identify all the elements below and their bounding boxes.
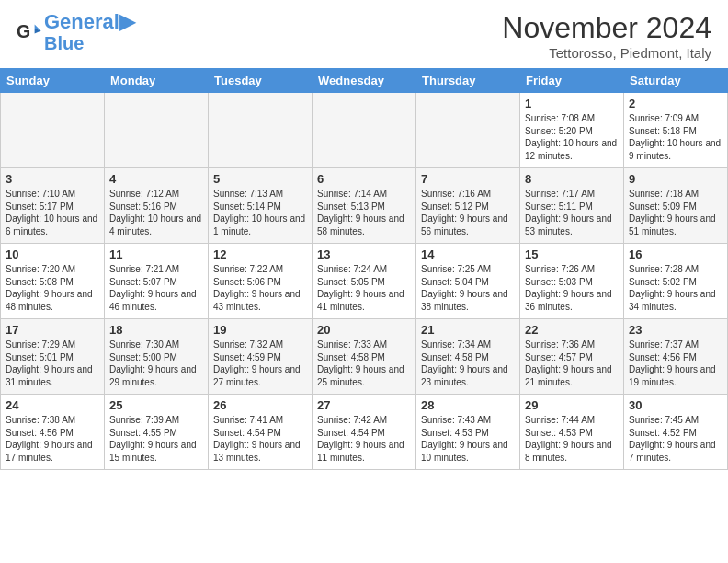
calendar-cell: 27Sunrise: 7:42 AM Sunset: 4:54 PM Dayli… xyxy=(313,395,416,470)
calendar-cell: 25Sunrise: 7:39 AM Sunset: 4:55 PM Dayli… xyxy=(105,395,209,470)
day-info: Sunrise: 7:42 AM Sunset: 4:54 PM Dayligh… xyxy=(317,414,411,464)
month-title: November 2024 xyxy=(502,11,711,45)
day-info: Sunrise: 7:24 AM Sunset: 5:05 PM Dayligh… xyxy=(317,263,411,313)
day-number: 13 xyxy=(317,247,411,261)
day-number: 3 xyxy=(6,172,99,186)
day-info: Sunrise: 7:41 AM Sunset: 4:54 PM Dayligh… xyxy=(213,414,307,464)
day-info: Sunrise: 7:44 AM Sunset: 4:53 PM Dayligh… xyxy=(525,414,619,464)
column-header-friday: Friday xyxy=(520,69,624,93)
calendar-cell: 30Sunrise: 7:45 AM Sunset: 4:52 PM Dayli… xyxy=(624,395,728,470)
day-info: Sunrise: 7:20 AM Sunset: 5:08 PM Dayligh… xyxy=(6,263,99,313)
day-number: 10 xyxy=(6,247,99,261)
day-number: 5 xyxy=(213,172,307,186)
day-number: 22 xyxy=(525,323,619,337)
day-info: Sunrise: 7:30 AM Sunset: 5:00 PM Dayligh… xyxy=(109,339,203,388)
week-row-4: 17Sunrise: 7:29 AM Sunset: 5:01 PM Dayli… xyxy=(1,319,728,395)
day-info: Sunrise: 7:26 AM Sunset: 5:03 PM Dayligh… xyxy=(525,263,619,313)
week-row-2: 3Sunrise: 7:10 AM Sunset: 5:17 PM Daylig… xyxy=(1,168,728,244)
day-number: 2 xyxy=(629,97,722,110)
calendar-cell: 6Sunrise: 7:14 AM Sunset: 5:13 PM Daylig… xyxy=(313,168,416,244)
calendar-cell: 28Sunrise: 7:43 AM Sunset: 4:53 PM Dayli… xyxy=(416,395,520,470)
calendar-header-row: SundayMondayTuesdayWednesdayThursdayFrid… xyxy=(1,69,728,93)
day-info: Sunrise: 7:09 AM Sunset: 5:18 PM Dayligh… xyxy=(629,112,722,162)
calendar-cell: 21Sunrise: 7:34 AM Sunset: 4:58 PM Dayli… xyxy=(416,319,520,395)
calendar-cell xyxy=(105,93,209,168)
calendar-cell: 7Sunrise: 7:16 AM Sunset: 5:12 PM Daylig… xyxy=(416,168,520,244)
calendar-cell: 1Sunrise: 7:08 AM Sunset: 5:20 PM Daylig… xyxy=(520,93,624,168)
day-info: Sunrise: 7:37 AM Sunset: 4:56 PM Dayligh… xyxy=(629,339,722,388)
day-number: 17 xyxy=(6,323,99,337)
calendar-cell xyxy=(416,93,520,168)
calendar-cell: 18Sunrise: 7:30 AM Sunset: 5:00 PM Dayli… xyxy=(105,319,209,395)
calendar-cell: 13Sunrise: 7:24 AM Sunset: 5:05 PM Dayli… xyxy=(313,244,416,319)
calendar-cell: 2Sunrise: 7:09 AM Sunset: 5:18 PM Daylig… xyxy=(624,93,728,168)
day-number: 8 xyxy=(525,172,619,186)
calendar-cell: 23Sunrise: 7:37 AM Sunset: 4:56 PM Dayli… xyxy=(624,319,728,395)
calendar-cell: 26Sunrise: 7:41 AM Sunset: 4:54 PM Dayli… xyxy=(209,395,313,470)
day-number: 30 xyxy=(629,398,722,412)
calendar-cell: 16Sunrise: 7:28 AM Sunset: 5:02 PM Dayli… xyxy=(624,244,728,319)
day-info: Sunrise: 7:39 AM Sunset: 4:55 PM Dayligh… xyxy=(109,414,203,464)
column-header-wednesday: Wednesday xyxy=(313,69,416,93)
day-number: 18 xyxy=(109,323,203,337)
day-number: 6 xyxy=(317,172,411,186)
calendar-cell: 5Sunrise: 7:13 AM Sunset: 5:14 PM Daylig… xyxy=(209,168,313,244)
logo: G General▶ Blue xyxy=(17,11,135,53)
week-row-5: 24Sunrise: 7:38 AM Sunset: 4:56 PM Dayli… xyxy=(1,395,728,470)
day-number: 9 xyxy=(629,172,722,186)
calendar-cell: 24Sunrise: 7:38 AM Sunset: 4:56 PM Dayli… xyxy=(1,395,105,470)
logo-blue: ▶ xyxy=(119,10,135,33)
calendar-cell: 19Sunrise: 7:32 AM Sunset: 4:59 PM Dayli… xyxy=(209,319,313,395)
day-number: 7 xyxy=(421,172,515,186)
day-info: Sunrise: 7:13 AM Sunset: 5:14 PM Dayligh… xyxy=(213,188,307,237)
day-info: Sunrise: 7:16 AM Sunset: 5:12 PM Dayligh… xyxy=(421,188,515,237)
calendar-cell: 11Sunrise: 7:21 AM Sunset: 5:07 PM Dayli… xyxy=(105,244,209,319)
day-number: 20 xyxy=(317,323,411,337)
day-number: 27 xyxy=(317,398,411,412)
day-info: Sunrise: 7:14 AM Sunset: 5:13 PM Dayligh… xyxy=(317,188,411,237)
week-row-1: 1Sunrise: 7:08 AM Sunset: 5:20 PM Daylig… xyxy=(1,93,728,168)
day-info: Sunrise: 7:33 AM Sunset: 4:58 PM Dayligh… xyxy=(317,339,411,388)
calendar-cell: 9Sunrise: 7:18 AM Sunset: 5:09 PM Daylig… xyxy=(624,168,728,244)
day-number: 29 xyxy=(525,398,619,412)
page-header: G General▶ Blue November 2024 Tettorosso… xyxy=(0,0,728,68)
calendar-cell xyxy=(209,93,313,168)
week-row-3: 10Sunrise: 7:20 AM Sunset: 5:08 PM Dayli… xyxy=(1,244,728,319)
calendar-cell: 22Sunrise: 7:36 AM Sunset: 4:57 PM Dayli… xyxy=(520,319,624,395)
location: Tettorosso, Piedmont, Italy xyxy=(502,45,711,61)
day-info: Sunrise: 7:22 AM Sunset: 5:06 PM Dayligh… xyxy=(213,263,307,313)
day-info: Sunrise: 7:29 AM Sunset: 5:01 PM Dayligh… xyxy=(6,339,99,388)
day-number: 24 xyxy=(6,398,99,412)
column-header-sunday: Sunday xyxy=(1,69,105,93)
day-info: Sunrise: 7:25 AM Sunset: 5:04 PM Dayligh… xyxy=(421,263,515,313)
column-header-thursday: Thursday xyxy=(416,69,520,93)
day-number: 28 xyxy=(421,398,515,412)
day-info: Sunrise: 7:08 AM Sunset: 5:20 PM Dayligh… xyxy=(525,112,619,162)
calendar-cell xyxy=(1,93,105,168)
logo-text: General▶ Blue xyxy=(44,11,135,53)
calendar-cell: 15Sunrise: 7:26 AM Sunset: 5:03 PM Dayli… xyxy=(520,244,624,319)
calendar-cell: 29Sunrise: 7:44 AM Sunset: 4:53 PM Dayli… xyxy=(520,395,624,470)
logo-general: General xyxy=(44,10,119,33)
calendar-table: SundayMondayTuesdayWednesdayThursdayFrid… xyxy=(0,68,728,470)
day-number: 15 xyxy=(525,247,619,261)
day-info: Sunrise: 7:10 AM Sunset: 5:17 PM Dayligh… xyxy=(6,188,99,237)
day-number: 12 xyxy=(213,247,307,261)
calendar-cell: 20Sunrise: 7:33 AM Sunset: 4:58 PM Dayli… xyxy=(313,319,416,395)
day-number: 4 xyxy=(109,172,203,186)
calendar-cell: 4Sunrise: 7:12 AM Sunset: 5:16 PM Daylig… xyxy=(105,168,209,244)
calendar-cell: 14Sunrise: 7:25 AM Sunset: 5:04 PM Dayli… xyxy=(416,244,520,319)
day-info: Sunrise: 7:17 AM Sunset: 5:11 PM Dayligh… xyxy=(525,188,619,237)
day-number: 11 xyxy=(109,247,203,261)
column-header-monday: Monday xyxy=(105,69,209,93)
day-number: 16 xyxy=(629,247,722,261)
day-number: 23 xyxy=(629,323,722,337)
day-number: 21 xyxy=(421,323,515,337)
svg-text:G: G xyxy=(17,21,30,41)
calendar-cell: 17Sunrise: 7:29 AM Sunset: 5:01 PM Dayli… xyxy=(1,319,105,395)
day-number: 14 xyxy=(421,247,515,261)
calendar-cell xyxy=(313,93,416,168)
logo-icon: G xyxy=(17,19,42,45)
day-info: Sunrise: 7:38 AM Sunset: 4:56 PM Dayligh… xyxy=(6,414,99,464)
logo-blue-text: Blue xyxy=(44,33,135,53)
